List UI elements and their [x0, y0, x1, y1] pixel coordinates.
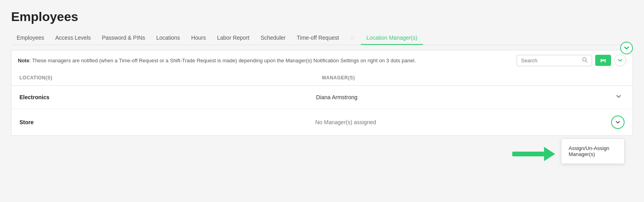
- header-row: Note: These managers are notified (when …: [11, 50, 633, 70]
- table-header: LOCATION(S) MANAGER(S): [12, 70, 632, 86]
- search-icon-button[interactable]: [582, 57, 588, 64]
- tab-location-manager[interactable]: Location Manager(s): [361, 31, 423, 45]
- chevron-down-icon: [615, 120, 620, 125]
- manager-name: No Manager(s) assigned: [315, 119, 611, 125]
- tab-access-levels[interactable]: Access Levels: [50, 31, 96, 45]
- tab-time-off-request[interactable]: Time-off Request: [291, 31, 345, 45]
- star-icon: ☆: [344, 31, 361, 45]
- tab-hours[interactable]: Hours: [186, 31, 211, 45]
- dropdown-menu: Assign/Un-AssignManager(s): [561, 139, 625, 164]
- note-prefix: Note: [18, 58, 29, 63]
- top-right-chevron-button[interactable]: [620, 42, 633, 54]
- print-button[interactable]: [595, 55, 611, 66]
- location-manager-table: LOCATION(S) MANAGER(S) Electronics Diana…: [11, 70, 633, 136]
- page-title: Employees: [11, 10, 633, 24]
- print-icon: [600, 57, 606, 63]
- svg-point-5: [604, 60, 605, 61]
- chevron-down-icon: [618, 58, 623, 63]
- search-row: [517, 54, 626, 66]
- manager-name: Diana Armstrong: [316, 94, 613, 100]
- row-expand-button-store[interactable]: [611, 115, 625, 129]
- tab-locations[interactable]: Locations: [151, 31, 186, 45]
- nav-tabs: Employees Access Levels Password & PINs …: [11, 31, 633, 45]
- tab-password-pins[interactable]: Password & PINs: [96, 31, 151, 45]
- row-expand-button[interactable]: [613, 92, 625, 102]
- column-header-manager: MANAGER(S): [322, 75, 625, 81]
- location-name: Store: [19, 119, 315, 125]
- search-box: [517, 55, 592, 66]
- tab-scheduler[interactable]: Scheduler: [255, 31, 291, 45]
- chevron-down-icon: [624, 45, 629, 51]
- note-text: Note: These managers are notified (when …: [18, 58, 517, 63]
- search-input[interactable]: [521, 58, 582, 63]
- tab-employees[interactable]: Employees: [11, 31, 50, 45]
- chevron-down-icon: [616, 94, 621, 99]
- column-header-location: LOCATION(S): [19, 75, 322, 81]
- svg-rect-4: [602, 61, 605, 63]
- note-body: : These managers are notified (when a Ti…: [29, 58, 416, 63]
- svg-rect-3: [602, 58, 605, 60]
- search-icon: [582, 57, 588, 63]
- table-row: Electronics Diana Armstrong: [12, 86, 632, 109]
- tab-labor-report[interactable]: Labor Report: [211, 31, 255, 45]
- header-chevron-button[interactable]: [614, 54, 626, 66]
- table-row: Store No Manager(s) assigned Assign/Un-A…: [12, 109, 632, 135]
- arrow-indicator: [512, 147, 555, 161]
- assign-unassign-manager-item[interactable]: Assign/Un-AssignManager(s): [561, 141, 624, 161]
- location-name: Electronics: [19, 94, 316, 100]
- svg-line-1: [586, 61, 587, 62]
